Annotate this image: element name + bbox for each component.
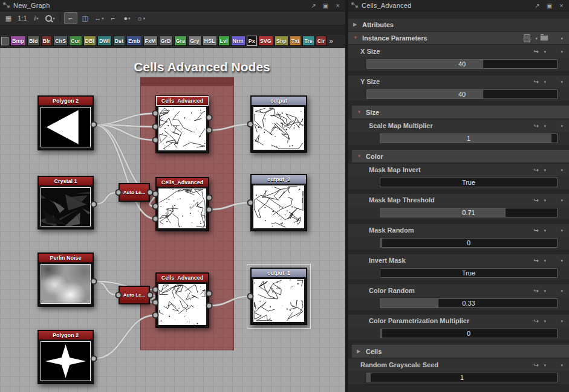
param-options-caret-icon[interactable]: ▾ [544, 319, 546, 323]
node-output-1[interactable]: output_1 [250, 268, 307, 325]
node-crystal1[interactable]: Crystal 1 [37, 176, 94, 230]
param-options-caret-icon[interactable]: ▾ [544, 50, 546, 54]
popout-icon[interactable]: ↗ [309, 2, 318, 9]
category-grd[interactable]: GrD [159, 36, 173, 46]
param-caret-icon[interactable]: ▾ [561, 363, 563, 367]
folder-icon[interactable] [540, 35, 548, 41]
category-trs[interactable]: Trs [302, 36, 314, 46]
parametrize-icon[interactable]: ↪ [534, 167, 539, 173]
category-dbl[interactable]: DBl [83, 36, 97, 46]
param-random-grayscale-seed-slider[interactable]: 1 [366, 373, 558, 382]
info-icon[interactable]: i▾ [30, 13, 42, 24]
category-emb[interactable]: Emb [126, 36, 142, 46]
category-dst[interactable]: Dst [113, 36, 126, 46]
param-options-caret-icon[interactable]: ▾ [544, 80, 546, 84]
param-caret-icon[interactable]: ▾ [561, 168, 563, 172]
param-caret-icon[interactable]: ▾ [561, 198, 563, 202]
param-caret-icon[interactable]: ▾ [561, 319, 563, 323]
param-caret-icon[interactable]: ▾ [561, 259, 563, 263]
duplicate-view-icon[interactable]: ◫ [79, 13, 91, 24]
node-canvas[interactable]: Cells Advanced Nodes Polygon 2Crystal 1P… [0, 48, 345, 392]
param-caret-icon[interactable]: ▾ [561, 80, 563, 84]
snap-grid-icon[interactable]: ▦ [2, 13, 15, 24]
param-color-random-slider[interactable]: 0.33 [380, 298, 558, 308]
parametrize-icon[interactable]: ↪ [534, 48, 539, 55]
page-caret-icon[interactable]: ▾ [535, 36, 538, 40]
param-options-caret-icon[interactable]: ▾ [544, 289, 546, 293]
parametrize-icon[interactable]: ↪ [534, 227, 539, 234]
section-cells[interactable]: ▶Cells [352, 345, 569, 358]
param-options-caret-icon[interactable]: ▾ [544, 259, 546, 263]
category-gry[interactable]: Gry [188, 36, 201, 46]
arrange-icon[interactable]: ↔▾ [93, 13, 105, 24]
param-options-caret-icon[interactable]: ▾ [544, 168, 546, 172]
node-cells-mid[interactable]: Cells_Advanced [155, 177, 209, 231]
param-mask-random-slider[interactable]: 0 [380, 238, 558, 248]
header-attributes[interactable]: ▶Attributes [348, 19, 569, 31]
header-instance-parameters[interactable]: ▼Instance Parameters▾▾ [348, 32, 569, 44]
param-x-size-slider[interactable]: 40 [366, 59, 558, 69]
param-options-caret-icon[interactable]: ▾ [544, 198, 546, 202]
close-icon[interactable]: × [333, 2, 342, 9]
category-fxm[interactable]: FxM [143, 36, 158, 46]
category-gra[interactable]: Gra [174, 36, 187, 46]
category-hsl[interactable]: HSL [203, 36, 217, 46]
elbow-route-icon[interactable]: ⌐ [107, 13, 119, 24]
zoom-icon[interactable]: ▾ [44, 13, 56, 24]
zoom-one-to-one[interactable]: 1:1 [16, 13, 28, 24]
param-options-caret-icon[interactable]: ▾ [544, 363, 546, 367]
param-color-parametrization-multiplier-slider[interactable]: 0 [380, 329, 558, 338]
parametrize-icon[interactable]: ↪ [534, 318, 539, 324]
parametrize-icon[interactable]: ↪ [534, 257, 539, 264]
category-shp[interactable]: Shp [275, 36, 288, 46]
category-svg[interactable]: SVG [258, 36, 273, 46]
section-color[interactable]: ▼Color [352, 150, 569, 162]
param-scale-map-multiplier-slider[interactable]: 1 [380, 133, 558, 143]
param-caret-icon[interactable]: ▾ [561, 228, 563, 233]
node-polygon2-bottom[interactable]: Polygon 2 [37, 330, 94, 384]
float-icon[interactable]: ▣ [545, 2, 554, 9]
param-mask-map-threshold-slider[interactable]: 0.71 [380, 208, 558, 217]
param-options-caret-icon[interactable]: ▾ [544, 124, 546, 128]
parametrize-icon[interactable]: ↪ [534, 123, 539, 129]
float-icon[interactable]: ▣ [321, 2, 330, 9]
parametrize-icon[interactable]: ↪ [534, 362, 539, 368]
new-filter-icon[interactable] [1, 37, 8, 45]
category-dwl[interactable]: DWl [97, 36, 112, 46]
category-txt[interactable]: Txt [290, 36, 302, 46]
close-icon[interactable]: × [557, 2, 566, 9]
expand-icon[interactable]: ▶ [357, 349, 363, 354]
param-y-size-slider[interactable]: 40 [366, 89, 558, 99]
expand-icon[interactable]: ▶ [353, 22, 359, 27]
node-output-top[interactable]: output [250, 95, 307, 153]
category-bmp[interactable]: Bmp [10, 36, 26, 46]
node-cells-top[interactable]: Cells_Advanced [155, 95, 209, 153]
preset-page-icon[interactable] [524, 34, 530, 42]
param-mask-map-invert-slider[interactable]: True [380, 178, 558, 187]
settings-icon[interactable]: ☼▾ [135, 13, 147, 24]
node-auto-levels-bottom[interactable]: Auto Le... [119, 286, 150, 304]
collapse-icon[interactable]: ▼ [357, 154, 363, 159]
category-bld[interactable]: Bld [27, 36, 40, 46]
parametrize-icon[interactable]: ↪ [534, 79, 539, 85]
header-caret-icon[interactable]: ▾ [561, 36, 563, 40]
section-size[interactable]: ▼Size [352, 106, 569, 118]
node-cells-bottom[interactable]: Cells_Advanced [155, 272, 209, 328]
collapse-icon[interactable]: ▼ [357, 110, 363, 115]
node-polygon2-top[interactable]: Polygon 2 [37, 95, 94, 150]
node-perlin-noise[interactable]: Perlin Noise [37, 252, 94, 307]
category-clr[interactable]: Clr [316, 36, 327, 46]
category-overflow-chevron[interactable]: » [328, 37, 334, 45]
param-options-caret-icon[interactable]: ▾ [544, 228, 546, 233]
param-caret-icon[interactable]: ▾ [561, 289, 563, 293]
preview-sphere-icon[interactable]: ●▾ [121, 13, 133, 24]
category-blr[interactable]: Blr [41, 36, 53, 46]
category-cur[interactable]: Cur [69, 36, 82, 46]
wire-style-icon[interactable]: ⌐ [64, 12, 77, 24]
collapse-icon[interactable]: ▼ [353, 36, 359, 40]
param-caret-icon[interactable]: ▾ [561, 124, 563, 128]
parametrize-icon[interactable]: ↪ [534, 197, 539, 204]
param-invert-mask-slider[interactable]: True [380, 268, 558, 278]
node-auto-levels-top[interactable]: Auto Le... [119, 183, 150, 202]
node-output-2[interactable]: output_2 [250, 174, 307, 231]
